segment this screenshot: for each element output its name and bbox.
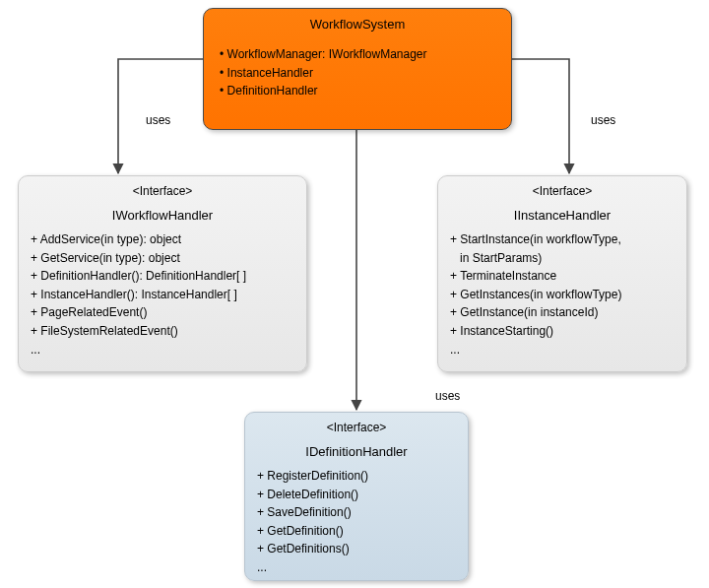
class-attributes: WorkflowManager: IWorkflowManager Instan… bbox=[216, 45, 499, 100]
edge-label-uses-left: uses bbox=[146, 113, 170, 127]
member: + StartInstance(in workflowType, bbox=[450, 230, 675, 249]
member: + DefinitionHandler(): DefinitionHandler… bbox=[31, 267, 294, 286]
stereotype-label: <Interface> bbox=[31, 184, 294, 198]
interface-iinstance-handler: <Interface> IInstanceHandler + StartInst… bbox=[437, 175, 687, 372]
attr-workflow-manager: WorkflowManager: IWorkflowManager bbox=[220, 45, 499, 64]
member: + TerminateInstance bbox=[450, 267, 675, 286]
member: + GetDefinition() bbox=[257, 522, 456, 541]
member: + RegisterDefinition() bbox=[257, 467, 456, 486]
member: + PageRelatedEvent() bbox=[31, 303, 294, 322]
interface-name: IDefinitionHandler bbox=[257, 444, 456, 459]
member: + GetInstances(in workflowType) bbox=[450, 286, 675, 304]
member: + AddService(in type): object bbox=[31, 230, 294, 249]
interface-name: IInstanceHandler bbox=[450, 208, 675, 223]
member-ellipsis: ... bbox=[450, 341, 675, 359]
interface-iworkflow-handler: <Interface> IWorkflowHandler + AddServic… bbox=[18, 175, 307, 372]
attr-instance-handler: InstanceHandler bbox=[220, 64, 499, 83]
stereotype-label: <Interface> bbox=[450, 184, 675, 198]
member: + GetDefinitions() bbox=[257, 540, 456, 558]
member: + InstanceStarting() bbox=[450, 322, 675, 341]
member: + DeleteDefinition() bbox=[257, 486, 456, 504]
attr-definition-handler: DefinitionHandler bbox=[220, 82, 499, 100]
interface-members: + RegisterDefinition() + DeleteDefinitio… bbox=[257, 467, 456, 577]
member-ellipsis: ... bbox=[31, 341, 294, 359]
edge-label-uses-right: uses bbox=[591, 113, 615, 127]
member: + FileSystemRelatedEvent() bbox=[31, 322, 294, 341]
member: + SaveDefinition() bbox=[257, 503, 456, 522]
stereotype-label: <Interface> bbox=[257, 421, 456, 434]
member-ellipsis: ... bbox=[257, 558, 456, 577]
member: + InstanceHandler(): InstanceHandler[ ] bbox=[31, 286, 294, 304]
member: in StartParams) bbox=[450, 249, 675, 268]
member: + GetService(in type): object bbox=[31, 249, 294, 268]
member: + GetInstance(in instanceId) bbox=[450, 303, 675, 322]
edge-label-uses-bottom: uses bbox=[435, 389, 460, 403]
interface-name: IWorkflowHandler bbox=[31, 208, 294, 223]
class-title: WorkflowSystem bbox=[216, 17, 499, 32]
class-workflow-system: WorkflowSystem WorkflowManager: IWorkflo… bbox=[203, 8, 512, 130]
interface-idefinition-handler: <Interface> IDefinitionHandler + Registe… bbox=[244, 412, 469, 581]
interface-members: + AddService(in type): object + GetServi… bbox=[31, 230, 294, 359]
interface-members: + StartInstance(in workflowType, in Star… bbox=[450, 230, 675, 359]
